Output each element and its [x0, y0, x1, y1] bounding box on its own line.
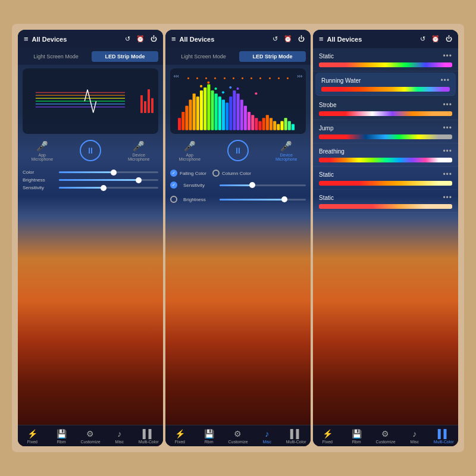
nav-rbm-icon-3: 💾 [352, 429, 362, 439]
power-icon-3[interactable]: ⏻ [446, 35, 452, 43]
color-track[interactable] [59, 171, 158, 173]
brightness-track[interactable] [59, 179, 158, 181]
header-title-3: All Devices [327, 36, 362, 43]
header-1: ≡ All Devices ↺ ⏰ ⏻ [18, 30, 163, 48]
sensitivity-thumb-2[interactable] [249, 182, 255, 188]
header-3: ≡ All Devices ↺ ⏰ ⏻ [313, 30, 458, 48]
nav-rbm-3[interactable]: 💾 Rbm [342, 429, 371, 444]
nav-rbm-2[interactable]: 💾 Rbm [195, 429, 224, 444]
effect-header-static-3: Static ••• [319, 193, 452, 202]
header-2: ≡ All Devices ↺ ⏰ ⏻ [165, 30, 311, 48]
svg-point-38 [208, 81, 210, 83]
device-mic-label-2: DeviceMicrophone [275, 153, 298, 161]
nav-multicolor-2[interactable]: ▌▌ Multi-Color [281, 429, 311, 444]
svg-rect-24 [244, 106, 247, 130]
effect-more-strobe[interactable]: ••• [443, 101, 452, 109]
falling-color-check: ✓ [170, 170, 177, 177]
nav-fixed-3[interactable]: ⚡ Fixed [313, 429, 342, 444]
brightness-track-2[interactable] [220, 199, 306, 201]
effect-header-running: Running Water ••• [321, 76, 450, 84]
pause-btn-2[interactable]: ⏸ [227, 140, 249, 161]
header-icons-2: ↺ ⏰ ⏻ [273, 35, 305, 43]
color-thumb[interactable] [111, 170, 117, 176]
effect-more-static-2[interactable]: ••• [443, 170, 452, 178]
svg-rect-31 [270, 118, 273, 130]
tab-light-screen-1[interactable]: Light Screen Mode [23, 51, 89, 62]
header-left-1: ≡ All Devices [24, 35, 67, 43]
menu-icon-3[interactable]: ≡ [319, 35, 324, 43]
effect-item-jump[interactable]: Jump ••• [313, 120, 458, 143]
effect-item-breathing[interactable]: Breathing ••• [313, 143, 458, 167]
brightness-fill-2 [220, 199, 284, 201]
brightness-fill [59, 179, 139, 181]
effect-item-static-1[interactable]: Static ••• [313, 48, 458, 71]
nav-multicolor-icon-2: ▌▌ [290, 429, 302, 439]
device-mic-btn-1[interactable]: 🎤 DeviceMicrophone [128, 140, 150, 161]
effect-list: Static ••• Running Water ••• Str [313, 48, 458, 425]
effect-more-static-3[interactable]: ••• [443, 193, 452, 202]
effect-more-static-1[interactable]: ••• [443, 52, 452, 60]
side-bar-2 [144, 101, 146, 113]
tab-light-screen-2[interactable]: Light Screen Mode [170, 51, 237, 62]
tab-led-strip-2[interactable]: LED Strip Mode [239, 51, 306, 62]
svg-rect-26 [252, 115, 255, 130]
power-icon-2[interactable]: ⏻ [298, 35, 305, 43]
nav-customize-icon-3: ⚙ [381, 429, 389, 439]
brightness-thumb-2[interactable] [281, 196, 287, 202]
bottom-nav-2: ⚡ Fixed 💾 Rbm ⚙ Customize ♪ Misc ▌▌ M [165, 425, 311, 446]
tab-led-strip-1[interactable]: LED Strip Mode [92, 51, 158, 62]
mic-controls-1: 🎤 AppMicrophone ⏸ 🎤 DeviceMicrophone [18, 140, 163, 161]
svg-point-40 [230, 86, 232, 89]
effect-more-breathing[interactable]: ••• [443, 147, 452, 155]
right-arrow-2[interactable]: ››› [297, 73, 302, 79]
nav-misc-2[interactable]: ♪ Misc [252, 429, 281, 444]
effect-item-static-3[interactable]: Static ••• [313, 190, 458, 213]
column-color-toggle[interactable]: Column Color [212, 170, 251, 177]
svg-rect-14 [208, 84, 211, 130]
effect-more-jump[interactable]: ••• [443, 124, 452, 132]
nav-rbm-1[interactable]: 💾 Rbm [47, 429, 76, 444]
menu-icon-2[interactable]: ≡ [171, 35, 176, 43]
nav-multicolor-3[interactable]: ▌▌ Multi-Color [429, 429, 458, 444]
svg-rect-32 [274, 121, 277, 130]
sensitivity-track[interactable] [59, 187, 158, 189]
spectrum-svg [177, 78, 299, 134]
nav-fixed-1[interactable]: ⚡ Fixed [18, 429, 47, 444]
nav-misc-3[interactable]: ♪ Misc [400, 429, 429, 444]
device-mic-btn-2[interactable]: 🎤 DeviceMicrophone [275, 140, 298, 161]
svg-rect-34 [281, 121, 284, 130]
refresh-icon-3[interactable]: ↺ [420, 35, 425, 43]
nav-multicolor-1[interactable]: ▌▌ Multi-Color [134, 429, 163, 444]
power-icon-1[interactable]: ⏻ [151, 35, 157, 43]
pause-btn-1[interactable]: ⏸ [80, 140, 101, 161]
sensitivity-track-2[interactable] [220, 184, 306, 186]
dot-1 [187, 77, 189, 79]
sensitivity-thumb[interactable] [101, 185, 107, 191]
nav-customize-3[interactable]: ⚙ Customize [371, 429, 400, 444]
dot-2 [196, 77, 198, 79]
nav-misc-1[interactable]: ♪ Misc [105, 429, 134, 444]
alarm-icon-2[interactable]: ⏰ [284, 35, 292, 43]
alarm-icon-1[interactable]: ⏰ [136, 35, 145, 43]
effect-item-running[interactable]: Running Water ••• [315, 73, 456, 96]
nav-customize-1[interactable]: ⚙ Customize [76, 429, 105, 444]
nav-fixed-icon-1: ⚡ [27, 429, 37, 439]
falling-color-toggle[interactable]: ✓ Falling Color [170, 170, 206, 177]
nav-customize-2[interactable]: ⚙ Customize [224, 429, 253, 444]
svg-point-44 [255, 92, 258, 95]
app-mic-btn-1[interactable]: 🎤 AppMicrophone [31, 140, 53, 161]
effect-item-static-2[interactable]: Static ••• [313, 167, 458, 190]
menu-icon-1[interactable]: ≡ [24, 35, 29, 43]
refresh-icon-2[interactable]: ↺ [273, 35, 278, 43]
alarm-icon-3[interactable]: ⏰ [431, 35, 440, 43]
nav-fixed-2[interactable]: ⚡ Fixed [165, 429, 195, 444]
dot-8 [250, 77, 252, 79]
effect-more-running[interactable]: ••• [440, 76, 450, 84]
nav-customize-icon-1: ⚙ [86, 429, 94, 439]
effect-item-strobe[interactable]: Strobe ••• [313, 97, 458, 120]
refresh-icon-1[interactable]: ↺ [125, 35, 130, 43]
effect-header-jump: Jump ••• [319, 124, 452, 132]
brightness-thumb[interactable] [136, 177, 142, 183]
left-arrow-2[interactable]: ‹‹‹ [174, 73, 179, 79]
app-mic-btn-2[interactable]: 🎤 AppMicrophone [178, 140, 201, 161]
